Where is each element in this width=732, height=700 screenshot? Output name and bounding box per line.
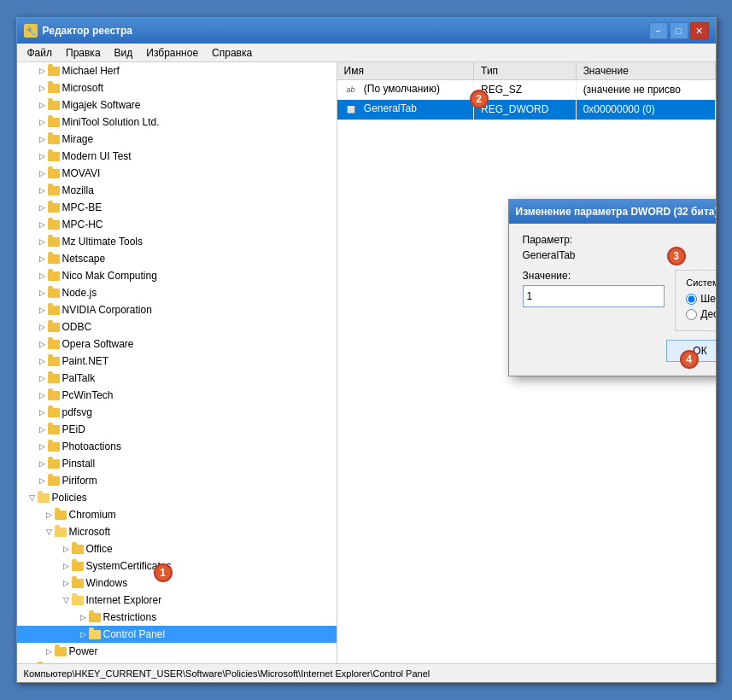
folder-icon (48, 408, 60, 417)
tree-item-netscape[interactable]: ▷ Netscape (17, 250, 337, 267)
tree-item-peid[interactable]: ▷ PEiD (17, 421, 337, 438)
radio-hex[interactable]: Шестнадцатеричная (686, 293, 715, 305)
tree-item-photoactions[interactable]: ▷ Photoactions (17, 438, 337, 455)
tree-item-modern-ui[interactable]: ▷ Modern UI Test (17, 148, 337, 165)
tree-item-microsoft[interactable]: ▷ Microsoft (17, 79, 337, 96)
expand-arrow: ▷ (61, 544, 72, 554)
open-folder-icon (38, 493, 50, 503)
close-button[interactable]: ✕ (690, 22, 709, 39)
tree-label: Michael Herf (62, 65, 120, 77)
tree-item-minitool[interactable]: ▷ MiniTool Solution Ltd. (17, 114, 337, 131)
cell-type: REG_DWORD (474, 100, 577, 120)
folder-icon (48, 306, 60, 315)
cell-type: REG_SZ (474, 80, 577, 100)
value-label: Значение: (523, 270, 665, 282)
tree-label: Power (69, 645, 98, 657)
tree-item-policies-microsoft[interactable]: ▽ Microsoft (17, 523, 337, 540)
tree-item-ie[interactable]: ▽ Internet Explorer (17, 592, 337, 609)
tree-item-movavi[interactable]: ▷ MOVAVI (17, 165, 337, 182)
tree-label: PcWinTech (62, 389, 114, 401)
hex-radio[interactable] (686, 294, 697, 305)
expand-arrow: ▷ (38, 339, 48, 349)
menu-help[interactable]: Справка (205, 45, 259, 61)
expand-arrow: ▷ (38, 219, 48, 230)
menu-favorites[interactable]: Избранное (139, 45, 205, 61)
tree-item-control-panel[interactable]: ▷ Control Panel (17, 626, 337, 643)
maximize-button[interactable]: □ (670, 22, 688, 39)
tree-item-mozilla[interactable]: ▷ Mozilla (17, 182, 337, 199)
tree-item-office[interactable]: ▷ Office (17, 540, 337, 557)
tree-item-project247[interactable]: ▷ Project247 (17, 660, 337, 663)
folder-icon (48, 442, 60, 452)
tree-item-chromium[interactable]: ▷ Chromium (17, 506, 337, 523)
tree-item-paltalk[interactable]: ▷ PalTalk (17, 370, 337, 387)
right-pane: Имя Тип Значение ab (По умолчанию) REG_S… (337, 62, 716, 663)
tree-item-pdfsvg[interactable]: ▷ pdfsvg (17, 404, 337, 421)
table-row-selected[interactable]: ⬜ GeneralTab REG_DWORD 0x00000000 (0) (337, 100, 716, 120)
expand-arrow: ▷ (38, 288, 48, 298)
title-bar: 🔧 Редактор реестра − □ ✕ (17, 18, 716, 44)
folder-icon (55, 510, 67, 520)
app-icon: 🔧 (24, 24, 38, 38)
expand-arrow: ▷ (79, 629, 89, 639)
expand-arrow: ▷ (38, 202, 48, 213)
radio-dec[interactable]: Десятичная (686, 308, 715, 320)
main-area: ▷ Michael Herf ▷ Microsoft ▷ Migajek Sof… (17, 62, 716, 663)
tree-item-michael-herf[interactable]: ▷ Michael Herf (17, 62, 337, 79)
dialog-title-bar: Изменение параметра DWORD (32 бита) ✕ (509, 200, 716, 224)
value-input[interactable] (523, 285, 665, 307)
tree-item-nodejs[interactable]: ▷ Node.js (17, 284, 337, 301)
tree-item-nico-mak[interactable]: ▷ Nico Mak Computing (17, 267, 337, 284)
expand-arrow: ▷ (79, 612, 89, 622)
tree-label: Paint.NET (62, 355, 109, 367)
tree-item-odbc[interactable]: ▷ ODBC (17, 318, 337, 335)
tree-pane[interactable]: ▷ Michael Herf ▷ Microsoft ▷ Migajek Sof… (17, 62, 337, 663)
folder-icon (48, 476, 60, 486)
tree-item-mpc-be[interactable]: ▷ MPC-BE (17, 199, 337, 216)
tree-item-power[interactable]: ▷ Power (17, 643, 337, 660)
tree-item-systemcerts[interactable]: ▷ SystemCertificates (17, 557, 337, 575)
tree-item-windows[interactable]: ▷ Windows (17, 575, 337, 592)
open-folder-icon (55, 528, 67, 537)
tree-label: Piriform (62, 475, 97, 487)
folder-icon (48, 340, 60, 349)
tree-item-policies[interactable]: ▽ Policies (17, 489, 337, 506)
tree-item-opera[interactable]: ▷ Opera Software (17, 335, 337, 353)
tree-label: Opera Software (62, 338, 134, 350)
folder-icon (48, 271, 60, 281)
tree-label: Office (86, 543, 113, 555)
hex-label: Шестнадцатеричная (700, 293, 715, 305)
expand-arrow: ▷ (61, 561, 72, 571)
tree-label: Mz Ultimate Tools (62, 236, 143, 248)
menu-edit[interactable]: Правка (59, 45, 108, 61)
menu-file[interactable]: Файл (20, 45, 60, 61)
open-folder-icon (89, 630, 101, 639)
tree-label: Mozilla (62, 184, 94, 196)
title-controls: − □ ✕ (649, 22, 709, 39)
expand-arrow: ▽ (27, 493, 38, 503)
tree-label: MPC-HC (62, 219, 103, 230)
folder-icon (48, 323, 60, 332)
minimize-button[interactable]: − (649, 22, 668, 39)
table-row[interactable]: ab (По умолчанию) REG_SZ (значение не пр… (337, 80, 716, 100)
dword-dialog[interactable]: Изменение параметра DWORD (32 бита) ✕ Па… (508, 199, 716, 376)
tree-item-mz-ultimate[interactable]: ▷ Mz Ultimate Tools (17, 233, 337, 250)
folder-icon (48, 374, 60, 383)
tree-item-migajek[interactable]: ▷ Migajek Software (17, 96, 337, 114)
menu-view[interactable]: Вид (108, 45, 140, 61)
tree-item-pcwintech[interactable]: ▷ PcWinTech (17, 387, 337, 404)
tree-item-pinstall[interactable]: ▷ Pinstall (17, 455, 337, 472)
tree-item-nvidia[interactable]: ▷ NVIDIA Corporation (17, 301, 337, 318)
tree-item-paintnet[interactable]: ▷ Paint.NET (17, 353, 337, 370)
expand-arrow: ▷ (38, 254, 48, 264)
tree-item-mirage[interactable]: ▷ Mirage (17, 131, 337, 148)
tree-item-piriform[interactable]: ▷ Piriform (17, 472, 337, 489)
folder-icon (48, 254, 60, 264)
tree-item-restrictions[interactable]: ▷ Restrictions (17, 609, 337, 626)
tree-label: PEiD (62, 423, 85, 435)
tree-label: NVIDIA Corporation (62, 304, 152, 316)
dec-radio[interactable] (686, 309, 697, 320)
folder-icon (48, 391, 60, 400)
cell-value: (значение не присво (576, 80, 715, 100)
tree-item-mpc-hc[interactable]: ▷ MPC-HC (17, 216, 337, 233)
